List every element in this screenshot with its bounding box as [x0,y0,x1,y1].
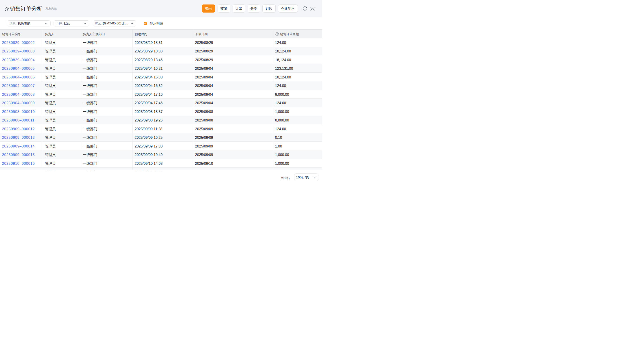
svg-text:$: $ [276,33,278,35]
